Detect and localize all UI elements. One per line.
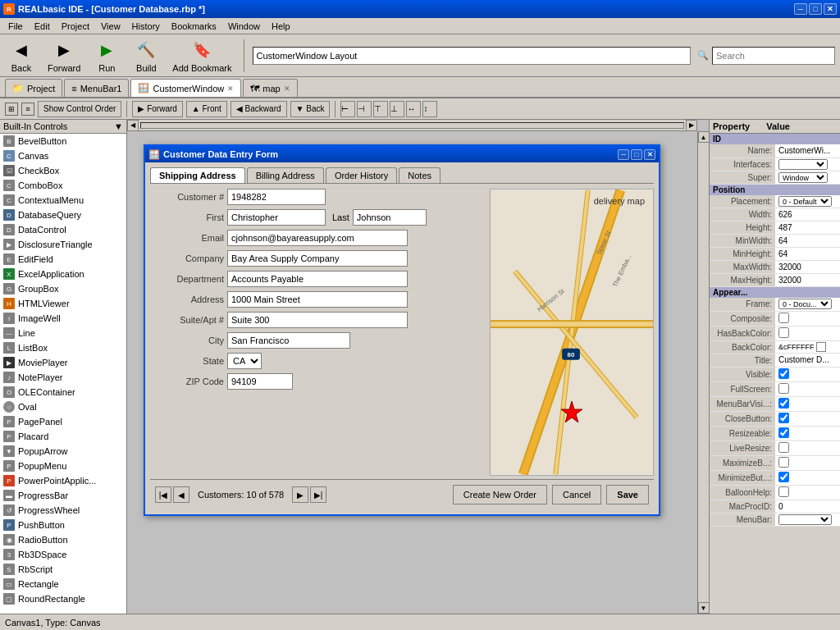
location-bar[interactable]: CustomerWindow Layout	[253, 47, 692, 65]
width-prop-value[interactable]: 626	[775, 208, 840, 221]
interfaces-prop-value[interactable]	[775, 158, 840, 171]
distribute-h-button[interactable]: ↔	[406, 101, 421, 117]
sidebar-item-rectangle[interactable]: ▭ Rectangle	[0, 577, 126, 591]
sidebar-item-powerpointapp[interactable]: P PowerPointApplic...	[0, 473, 126, 488]
grid-view-button[interactable]: ⊞	[5, 103, 18, 116]
nav-last-button[interactable]: ▶|	[310, 486, 326, 503]
cancel-button[interactable]: Cancel	[552, 485, 601, 504]
sidebar-item-rb3dspace[interactable]: 3 Rb3DSpace	[0, 547, 126, 562]
backward-order-button[interactable]: ◀ Backward	[231, 101, 287, 117]
closebutton-prop-value[interactable]	[775, 411, 840, 426]
sidebar-item-editfield[interactable]: E EditField	[0, 252, 126, 267]
menu-window[interactable]: Window	[223, 20, 265, 33]
super-select[interactable]: Window	[778, 172, 828, 183]
search-input[interactable]	[712, 47, 835, 65]
h-scroll-left[interactable]: ◀	[127, 120, 139, 131]
tab-shipping-address[interactable]: Shipping Address	[150, 167, 245, 183]
sidebar-item-progresswheel[interactable]: ↺ ProgressWheel	[0, 503, 126, 518]
sidebar-item-radiobutton[interactable]: ◉ RadioButton	[0, 532, 126, 547]
menu-bookmarks[interactable]: Bookmarks	[167, 20, 221, 33]
tab-notes[interactable]: Notes	[399, 167, 441, 183]
height-prop-value[interactable]: 487	[775, 221, 840, 235]
h-scrollbar[interactable]: ◀ ▶	[127, 120, 697, 131]
nav-prev-button[interactable]: ◀	[173, 486, 189, 503]
customer-num-input[interactable]	[227, 189, 326, 205]
sidebar-item-rbscript[interactable]: S RbScript	[0, 562, 126, 577]
sidebar-item-noteplayer[interactable]: ♪ NotePlayer	[0, 370, 126, 385]
closebutton-checkbox[interactable]	[778, 413, 789, 423]
menu-view[interactable]: View	[96, 20, 126, 33]
sidebar-item-bevelbutton[interactable]: B BevelButton	[0, 134, 126, 148]
maxwidth-prop-value[interactable]: 32000	[775, 261, 840, 274]
email-input[interactable]	[227, 230, 408, 246]
super-prop-value[interactable]: Window	[775, 171, 840, 184]
sidebar-item-progressbar[interactable]: ▬ ProgressBar	[0, 488, 126, 503]
modal-close-button[interactable]: ✕	[644, 149, 655, 160]
visible-checkbox[interactable]	[778, 368, 789, 379]
liveresize-prop-value[interactable]	[775, 441, 840, 455]
sidebar-item-pagepanel[interactable]: P PagePanel	[0, 414, 126, 429]
align-center-button[interactable]: ⊣	[357, 101, 372, 117]
menu-help[interactable]: Help	[267, 20, 295, 33]
tab-menubar1[interactable]: ≡ MenuBar1	[64, 79, 129, 97]
placement-prop-value[interactable]: 0 - Default	[775, 195, 840, 208]
city-input[interactable]	[227, 332, 350, 349]
tab-project[interactable]: 📁 Project	[5, 79, 62, 97]
location-input[interactable]: CustomerWindow Layout	[257, 51, 687, 61]
h-scroll-right[interactable]: ▶	[686, 120, 697, 131]
sidebar-item-combobox[interactable]: C ComboBox	[0, 178, 126, 193]
zip-input[interactable]	[227, 373, 293, 390]
forward-button[interactable]: ▶ Forward	[44, 37, 84, 75]
sidebar-item-excelapplication[interactable]: X ExcelApplication	[0, 267, 126, 281]
nav-next-button[interactable]: ▶	[292, 486, 308, 503]
resizeable-checkbox[interactable]	[778, 427, 789, 438]
tab-billing-address[interactable]: Billing Address	[247, 167, 324, 183]
maximizebtn-checkbox[interactable]	[778, 457, 789, 468]
title-prop-value[interactable]: Customer D...	[775, 354, 840, 367]
close-button[interactable]: ✕	[824, 3, 837, 15]
balloonhelp-prop-value[interactable]	[775, 485, 840, 500]
back-order-button[interactable]: ▼ Back	[290, 101, 331, 117]
liveresize-checkbox[interactable]	[778, 442, 789, 453]
list-view-button[interactable]: ≡	[21, 103, 34, 116]
address-input[interactable]	[227, 291, 408, 308]
menu-edit[interactable]: Edit	[30, 20, 55, 33]
menubar-select[interactable]	[778, 514, 832, 525]
sidebar-item-movieplayer[interactable]: ▶ MoviePlayer	[0, 355, 126, 370]
placement-select[interactable]: 0 - Default	[778, 196, 832, 207]
sidebar-item-datacontrol[interactable]: D DataControl	[0, 222, 126, 237]
frame-select[interactable]: 0 - Docu...	[778, 299, 832, 309]
department-input[interactable]	[227, 271, 408, 287]
minimizebtn-checkbox[interactable]	[778, 472, 789, 482]
add-bookmark-button[interactable]: 🔖 Add Bookmark	[169, 37, 235, 75]
menubarvisible-prop-value[interactable]	[775, 396, 840, 411]
back-button[interactable]: ◀ Back	[5, 37, 38, 75]
visible-prop-value[interactable]	[775, 367, 840, 381]
balloonhelp-checkbox[interactable]	[778, 486, 789, 497]
sidebar-item-olecontainer[interactable]: O OLEContainer	[0, 385, 126, 399]
first-name-input[interactable]	[227, 209, 326, 226]
state-select[interactable]: CA NY TX	[227, 353, 262, 369]
maxheight-prop-value[interactable]: 32000	[775, 274, 840, 287]
customerwindow-tab-close[interactable]: ✕	[227, 84, 234, 93]
sidebar-item-placard[interactable]: P Placard	[0, 429, 126, 444]
v-scrollbar[interactable]: ▲ ▼	[697, 131, 709, 614]
v-scroll-up[interactable]: ▲	[698, 131, 710, 143]
menu-project[interactable]: Project	[57, 20, 94, 33]
modal-minimize-button[interactable]: ─	[618, 149, 629, 160]
sidebar-item-pushbutton[interactable]: P PushButton	[0, 518, 126, 532]
hasbackcolor-prop-value[interactable]	[775, 326, 840, 340]
minwidth-prop-value[interactable]: 64	[775, 235, 840, 248]
build-button[interactable]: 🔨 Build	[130, 37, 162, 75]
fullscreen-checkbox[interactable]	[778, 383, 789, 394]
minheight-prop-value[interactable]: 64	[775, 248, 840, 261]
frame-prop-value[interactable]: 0 - Docu...	[775, 298, 840, 311]
create-new-order-button[interactable]: Create New Order	[453, 485, 547, 504]
macprocid-prop-value[interactable]: 0	[775, 500, 840, 513]
sidebar-item-databasequery[interactable]: D DatabaseQuery	[0, 208, 126, 222]
align-top-button[interactable]: ⊥	[390, 101, 404, 117]
run-button[interactable]: ▶ Run	[90, 37, 123, 75]
front-order-button[interactable]: ▲ Front	[186, 101, 227, 117]
sidebar-item-roundrectangle[interactable]: ▢ RoundRectangle	[0, 591, 126, 606]
tab-order-history[interactable]: Order History	[326, 167, 397, 183]
